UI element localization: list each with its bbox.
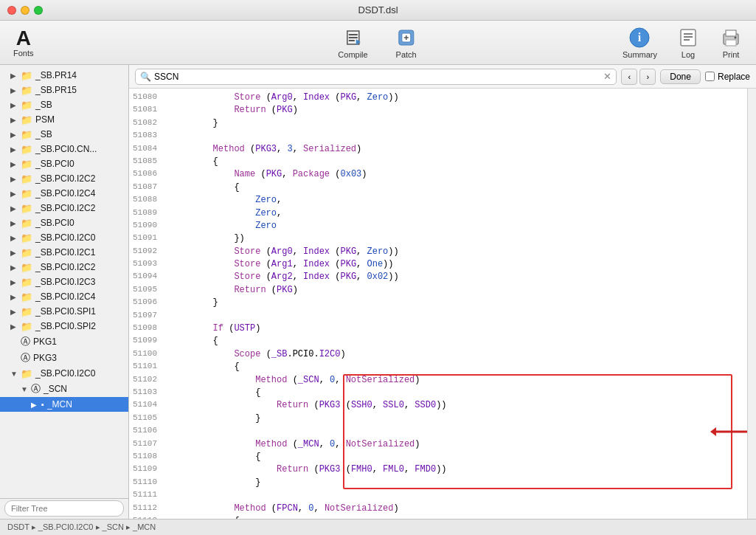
line-content: {: [164, 335, 747, 348]
search-next-button[interactable]: ›: [639, 69, 656, 85]
sidebar-item-label: PSM: [35, 114, 55, 125]
sidebar-item-pr15[interactable]: ▶ 📁 _SB.PR15: [0, 83, 128, 97]
title-bar: DSDT.dsl: [0, 0, 756, 21]
line-number: 51092: [129, 246, 164, 258]
sidebar-item-i2c2a[interactable]: ▶ 📁 _SB.PCI0.I2C2: [0, 171, 128, 186]
sidebar-item-label: _SCN: [44, 384, 67, 394]
line-number: 51088: [129, 194, 164, 207]
maximize-button[interactable]: [34, 6, 43, 15]
sidebar-item-label: _SB.PCI0.I2C2: [35, 173, 95, 184]
item-icon: ▪: [41, 400, 44, 409]
folder-icon: 📁: [21, 321, 32, 332]
sidebar-tree[interactable]: ▶ 📁 _SB.PR14 ▶ 📁 _SB.PR15 ▶ 📁 _SB ▶ 📁 PS…: [0, 65, 128, 498]
line-content: {: [164, 387, 747, 399]
log-button[interactable]: Log: [670, 23, 706, 62]
sidebar-item-pcicn[interactable]: ▶ 📁 _SB.PCI0.CN...: [0, 142, 128, 156]
chevron-icon: ▶: [10, 219, 21, 227]
line-content: {: [164, 156, 747, 168]
code-line: 51089 Zero,: [129, 207, 747, 220]
code-editor[interactable]: 51080 Store (Arg0, Index (PKG, Zero))510…: [129, 89, 747, 519]
vertical-scrollbar[interactable]: [747, 89, 756, 519]
sidebar-item-i2c0b[interactable]: ▼ 📁 _SB.PCI0.I2C0: [0, 366, 128, 381]
sidebar-item-psm[interactable]: ▶ 📁 PSM: [0, 112, 128, 127]
sidebar-item-spi1[interactable]: ▶ 📁 _SB.PCI0.SPI1: [0, 304, 128, 319]
code-line: 51100 Scope (_SB.PCI0.I2C0): [129, 348, 747, 361]
code-line: 51113 {: [129, 515, 747, 519]
sidebar-item-sbpcio[interactable]: ▶ 📁 _SB.PCI0: [0, 215, 128, 230]
svg-text:i: i: [638, 31, 642, 44]
compile-button[interactable]: Compile: [332, 23, 373, 62]
search-clear-button[interactable]: ✕: [603, 71, 611, 82]
sidebar-item-label: _SB.PCI0.I2C2: [35, 203, 95, 213]
fonts-label: Fonts: [13, 49, 34, 58]
sidebar-item-pkg3[interactable]: ▶ Ⓐ PKG3: [0, 350, 128, 366]
close-button[interactable]: [7, 6, 16, 15]
line-content: Name (PKG, Package (0x03): [164, 168, 747, 181]
patch-label: Patch: [396, 50, 417, 59]
fonts-button[interactable]: A Fonts: [7, 25, 40, 61]
pkg-icon: Ⓐ: [21, 351, 30, 365]
code-line: 51101 {: [129, 361, 747, 373]
chevron-icon: ▼: [21, 385, 31, 393]
main-area: ▶ 📁 _SB.PR14 ▶ 📁 _SB.PR15 ▶ 📁 _SB ▶ 📁 PS…: [0, 65, 756, 519]
line-number: 51095: [129, 284, 164, 297]
line-content: Method (FPCN, 0, NotSerialized): [164, 503, 747, 515]
search-prev-button[interactable]: ‹: [621, 69, 637, 85]
line-number: 51094: [129, 271, 164, 283]
search-input[interactable]: [154, 72, 600, 82]
replace-label: Replace: [718, 72, 750, 82]
search-nav: ‹ ›: [621, 69, 656, 85]
sidebar-item-pci0[interactable]: ▶ 📁 _SB.PCI0: [0, 156, 128, 171]
log-label: Log: [682, 50, 695, 59]
print-button[interactable]: Print: [713, 23, 749, 62]
chevron-icon: ▶: [10, 204, 21, 213]
sidebar-item-label: _SB.PCI0.SPI2: [35, 321, 96, 331]
sidebar-item-i2c2c[interactable]: ▶ 📁 _SB.PCI0.I2C2: [0, 260, 128, 275]
sidebar-item-sb1[interactable]: ▶ 📁 _SB: [0, 97, 128, 112]
window-controls[interactable]: [7, 6, 43, 15]
patch-button[interactable]: Patch: [389, 23, 424, 62]
sidebar-item-i2c4a[interactable]: ▶ 📁 _SB.PCI0.I2C4: [0, 186, 128, 201]
line-number: 51103: [129, 387, 164, 399]
replace-checkbox[interactable]: [705, 72, 715, 81]
summary-icon: i: [628, 26, 651, 49]
line-content: Zero: [164, 220, 747, 232]
summary-button[interactable]: i Summary: [617, 23, 663, 62]
sidebar-item-label: _SB.PCI0.I2C1: [35, 247, 95, 258]
code-line: 51081 Return (PKG): [129, 104, 747, 117]
search-done-button[interactable]: Done: [660, 69, 701, 84]
folder-icon: 📁: [21, 70, 32, 81]
code-line: 51080 Store (Arg0, Index (PKG, Zero)): [129, 92, 747, 104]
line-number: 51102: [129, 374, 164, 387]
line-content: Method (_SCN, 0, NotSerialized): [164, 374, 747, 387]
sidebar-item-pr14[interactable]: ▶ 📁 _SB.PR14: [0, 68, 128, 83]
sidebar-item-i2c1[interactable]: ▶ 📁 _SB.PCI0.I2C1: [0, 245, 128, 260]
chevron-icon: ▶: [31, 401, 41, 409]
sidebar-item-i2c4b[interactable]: ▶ 📁 _SB.PCI0.I2C4: [0, 289, 128, 304]
folder-icon: 📁: [21, 262, 32, 273]
code-line: 51111: [129, 489, 747, 502]
line-content: Store (Arg0, Index (PKG, Zero)): [164, 246, 747, 258]
sidebar-item-sb2[interactable]: ▶ 📁 _SB: [0, 127, 128, 142]
sidebar-item-label: _SB: [35, 129, 52, 139]
minimize-button[interactable]: [21, 6, 30, 15]
code-line: 51112 Method (FPCN, 0, NotSerialized): [129, 503, 747, 515]
sidebar-item-i2c0a[interactable]: ▶ 📁 _SB.PCI0.I2C0: [0, 230, 128, 245]
code-line: 51088 Zero,: [129, 194, 747, 207]
line-number: 51099: [129, 335, 164, 348]
sidebar-item-scn[interactable]: ▼ Ⓐ _SCN: [0, 381, 128, 397]
svg-rect-9: [681, 30, 696, 46]
line-number: 51109: [129, 463, 164, 476]
code-line: 51110 }: [129, 477, 747, 489]
folder-icon: 📁: [21, 277, 32, 288]
line-number: 51087: [129, 182, 164, 194]
filter-input[interactable]: [4, 500, 124, 517]
pkg-icon: Ⓐ: [21, 335, 30, 348]
chevron-icon: ▶: [10, 190, 21, 198]
chevron-icon: ▶: [10, 354, 21, 362]
sidebar-item-mcn[interactable]: ▶ ▪ _MCN: [0, 397, 128, 412]
sidebar-item-pkg1[interactable]: ▶ Ⓐ PKG1: [0, 334, 128, 350]
sidebar-item-i2c3[interactable]: ▶ 📁 _SB.PCI0.I2C3: [0, 275, 128, 289]
sidebar-item-i2c2b[interactable]: ▶ 📁 _SB.PCI0.I2C2: [0, 201, 128, 215]
sidebar-item-spi2[interactable]: ▶ 📁 _SB.PCI0.SPI2: [0, 319, 128, 334]
